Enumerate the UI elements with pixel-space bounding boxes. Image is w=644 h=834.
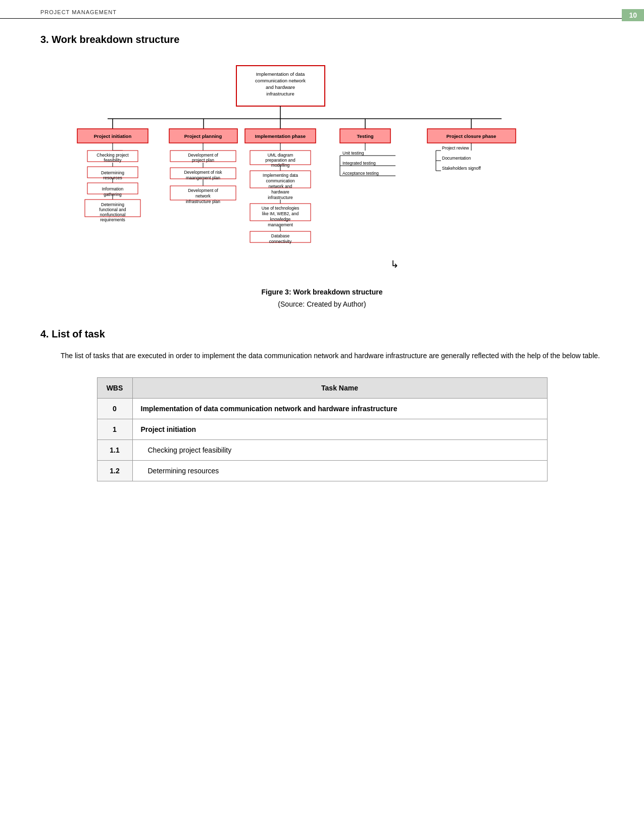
svg-text:Stakeholders signoff: Stakeholders signoff (442, 166, 481, 171)
svg-text:communication network: communication network (255, 78, 306, 83)
col-wbs-header: WBS (97, 377, 132, 398)
svg-text:connectivity: connectivity (269, 239, 291, 244)
svg-text:Implementation phase: Implementation phase (255, 133, 305, 139)
svg-text:like IM, WEB2, and: like IM, WEB2, and (262, 211, 299, 216)
svg-text:hardware: hardware (271, 189, 289, 194)
svg-text:Determining: Determining (101, 202, 124, 207)
svg-text:network and: network and (268, 184, 292, 189)
svg-text:Implementing data: Implementing data (263, 173, 298, 178)
wbs-cell: 0 (97, 398, 132, 419)
svg-text:Project initiation: Project initiation (93, 133, 131, 139)
figure-caption: Figure 3: Work breakdown structure (40, 288, 604, 296)
svg-text:nonfunctional: nonfunctional (100, 212, 125, 217)
task-cell: Determining resources (132, 460, 547, 481)
svg-text:knowledge: knowledge (270, 217, 290, 222)
task-cell: Project initiation (132, 419, 547, 439)
wbs-diagram: Implementation of data communication net… (40, 61, 604, 278)
svg-text:Acceptance testing: Acceptance testing (342, 171, 379, 176)
svg-text:Checking project: Checking project (96, 153, 129, 158)
svg-text:feasibility: feasibility (104, 158, 122, 163)
section3-heading: 3. Work breakdown structure (40, 34, 604, 45)
svg-text:Unit testing: Unit testing (342, 151, 364, 156)
svg-text:Development of risk: Development of risk (184, 170, 222, 175)
wbs-cell: 1 (97, 419, 132, 439)
task-table: WBS Task Name 0Implementation of data co… (97, 377, 548, 481)
wbs-cell: 1.2 (97, 460, 132, 481)
table-row: 1Project initiation (97, 419, 547, 439)
svg-text:Development of: Development of (188, 153, 218, 158)
table-row: 0Implementation of data communication ne… (97, 398, 547, 419)
svg-text:infrastructure: infrastructure (268, 195, 293, 200)
table-row: 1.2Determining resources (97, 460, 547, 481)
svg-text:infrastructure: infrastructure (266, 91, 294, 96)
svg-text:UML diagram: UML diagram (267, 153, 293, 158)
svg-text:Project review: Project review (442, 145, 469, 151)
task-cell: Implementation of data communication net… (132, 398, 547, 419)
svg-text:Integrated testing: Integrated testing (342, 161, 376, 166)
svg-text:Project planning: Project planning (184, 133, 222, 139)
svg-text:Implementation of data: Implementation of data (256, 71, 305, 77)
svg-text:Development of: Development of (188, 188, 218, 193)
svg-text:↳: ↳ (390, 259, 399, 270)
page-number: 10 (622, 9, 644, 21)
section4-heading: 4. List of task (40, 328, 604, 340)
svg-text:Use of technologies: Use of technologies (261, 206, 299, 211)
svg-text:Testing: Testing (357, 133, 373, 139)
svg-text:Information: Information (102, 186, 123, 191)
figure-source: (Source: Created by Author) (40, 300, 604, 308)
svg-text:network: network (195, 193, 211, 199)
svg-text:and hardware: and hardware (265, 84, 294, 90)
svg-text:project plan: project plan (192, 158, 214, 163)
task-cell: Checking project feasibility (132, 439, 547, 460)
svg-text:Project closure phase: Project closure phase (446, 133, 496, 139)
svg-text:Database: Database (271, 233, 289, 238)
section4-intro: The list of tasks that are executed in o… (40, 350, 604, 362)
svg-text:preparation and: preparation and (265, 158, 295, 163)
svg-text:requirements: requirements (100, 217, 125, 222)
svg-text:communication: communication (266, 178, 294, 183)
wbs-cell: 1.1 (97, 439, 132, 460)
svg-text:infrastructure plan: infrastructure plan (185, 199, 220, 204)
svg-text:management: management (268, 222, 293, 227)
page-header: PROJECT MANAGEMENT (0, 0, 644, 19)
svg-text:Determining: Determining (101, 170, 124, 175)
table-row: 1.1Checking project feasibility (97, 439, 547, 460)
svg-text:Documentation: Documentation (442, 156, 471, 161)
col-task-header: Task Name (132, 377, 547, 398)
svg-text:functional and: functional and (99, 207, 126, 212)
